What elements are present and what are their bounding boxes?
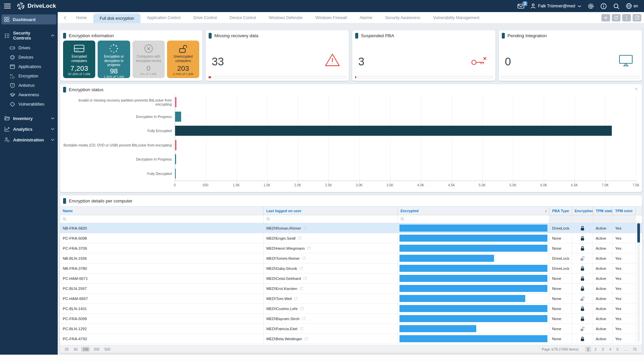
filter-name-input[interactable] [60,215,264,223]
user-menu[interactable]: Falk Trümner@med [531,3,581,9]
tab-home[interactable]: Home [70,12,93,23]
column-header-name[interactable]: Name [60,206,264,215]
sidebar-group-administration[interactable]: Administration [0,134,58,145]
column-header-tpm-exist[interactable]: TPM exist [612,206,636,215]
card-accent-tag [63,87,66,93]
missing-recovery-data-card: Missing recovery data 33 [206,30,349,81]
chart-tick-label: 7.5K [633,183,640,187]
open-user-icon[interactable] [300,307,304,310]
refresh-button[interactable] [612,14,621,21]
add-button[interactable] [601,14,610,21]
page-button-5[interactable]: 5 [614,347,621,352]
open-user-icon[interactable] [305,337,308,341]
kebab-menu-button[interactable] [622,14,631,21]
tab-windows-defender[interactable]: Windows Defender [262,12,309,23]
open-user-icon[interactable] [294,297,298,300]
tabs-back-chevron[interactable] [60,12,70,23]
column-header-last-user[interactable]: Last logged on user [264,206,398,215]
settings-gear-icon[interactable] [588,3,594,9]
open-user-icon[interactable] [303,277,307,280]
chart-category-label: Fully Decrypted [62,172,172,176]
open-user-icon[interactable] [300,327,304,330]
tile-encryption-in-progress[interactable]: Encryption or decryption in progress 98 … [98,41,130,78]
language-selector[interactable]: en [626,3,638,9]
mail-button[interactable]: 2 [518,4,524,9]
open-user-icon[interactable] [300,266,303,270]
tab-security-awareness[interactable]: Security Awareness [379,12,427,23]
sidebar-item-dashboard[interactable]: Dashboard [1,14,56,24]
table-row[interactable]: PC-FRA-4793MED\Bela.WeidingerNoneActiveY… [60,334,642,344]
open-user-icon[interactable] [304,226,307,230]
column-header-pba-type[interactable]: PBA Type [549,206,572,215]
tab-vulnerability-management[interactable]: Vulnerability Management [427,12,486,23]
menu-icon[interactable] [4,2,11,10]
encryption-tiles: Encrypted computers 7,203 97.26% of 7,40… [60,39,202,81]
sidebar-item-devices[interactable]: Devices [0,53,58,62]
filter-last-user-input[interactable] [264,215,398,223]
sidebar-group-analytics[interactable]: Analytics [0,124,58,134]
sidebar-item-drives[interactable]: Drives [0,43,58,53]
tile-sub: 0% of 7,406 [141,72,157,76]
info-icon[interactable] [600,3,607,9]
table-row[interactable]: PC-FRA-5098MED\Engin.SeidlNoneActiveYes [60,233,642,243]
sidebar-item-awareness[interactable]: Awareness [0,90,58,100]
sidebar-group-security-controls[interactable]: Security Controls [0,28,58,43]
tile-unencrypted-computers[interactable]: Unencrypted computers 203 2.74% of 7,406 [167,41,199,78]
open-user-icon[interactable] [302,256,306,260]
open-user-icon[interactable] [307,246,311,250]
tab-windows-firewall[interactable]: Windows Firewall [309,12,353,23]
tab-full-disk-encryption[interactable]: Full disk encryption [93,13,141,23]
encrypted-progress-bar [399,265,547,272]
open-user-icon[interactable] [302,317,306,320]
tile-encryption-errors[interactable]: Computers with encryption errors 0 0% of… [132,41,165,78]
column-header-encryption[interactable]: Encryption [572,206,593,215]
page-button-75[interactable]: 75 [631,347,639,352]
tile-encrypted-computers[interactable]: Encrypted computers 7,203 97.26% of 7,40… [63,41,95,78]
tab-drive-control[interactable]: Drive Control [187,12,223,23]
open-user-icon[interactable] [300,287,303,290]
page-size-50[interactable]: 50 [72,347,79,352]
table-row[interactable]: NB-FRA-3780MED\Gaby.StrunkDriveLockActiv… [60,263,642,274]
tab-application-control[interactable]: Application Control [141,12,187,23]
mini-progress-track [501,76,639,78]
sidebar-item-applications[interactable]: Applications [0,62,58,71]
table-row[interactable]: PC-BLN-2597MED\Erol.KarstenNoneActiveYes [60,284,642,294]
tab-device-control[interactable]: Device Control [223,12,263,23]
table-row[interactable]: NB-BLN-1936MED\Tommi.ReinerDriveLockActi… [60,253,642,263]
close-icon[interactable]: × [635,86,638,92]
card-header: Pending Integration [499,30,642,39]
table-row[interactable]: PC-FRA-3709MED\Henri.WiegmannNoneActiveY… [60,243,642,253]
filter-encrypted-input[interactable] [398,215,549,223]
page-size-500[interactable]: 500 [103,347,112,352]
table-row[interactable]: PC-BLN-1431MED\Cosimo.LehrNoneActiveYes [60,304,642,314]
column-header-tpm-state[interactable]: TPM state [593,206,612,215]
page-button-1[interactable]: 1 [585,347,591,352]
encrypted-progress-bar [399,225,547,232]
tab-list: HomeFull disk encryptionApplication Cont… [70,12,486,23]
open-user-icon[interactable] [298,236,302,240]
page-size-25[interactable]: 25 [63,347,70,352]
table-row[interactable]: NB-FRA-5820MED\Roman.RömerDriveLockActiv… [60,223,642,233]
sidebar-group-inventory[interactable]: Inventory [0,113,58,124]
sidebar-item-encryption[interactable]: 011 Encryption [0,71,58,81]
page-button-3[interactable]: 3 [600,347,606,352]
page-size-200[interactable]: 200 [92,347,101,352]
table-row[interactable]: PC-HAM-6671MED\Celal.GebhardNoneActiveYe… [60,274,642,284]
search-icon[interactable] [613,3,620,9]
page-size-100[interactable]: 100 [81,347,90,352]
sidebar-item-antivirus[interactable]: Antivirus [0,81,58,90]
table-row[interactable]: PC-BLN-1292MED\Patricia.EitelNoneActiveY… [60,324,642,334]
tab-alarme[interactable]: Alarme [353,12,379,23]
table-row[interactable]: PC-FRA-5099MED\Bayram.StrohNoneActiveYes [60,314,642,324]
page-button-2[interactable]: 2 [592,347,598,352]
table-scrollbar[interactable] [637,221,640,342]
table-row[interactable]: PC-HAM-6667MED\Tom.WeilNoneActiveYes [60,294,642,304]
lock-open-icon [572,294,593,303]
cell-last-user: MED\Cosimo.Lehr [264,304,398,313]
chart-row: Fully Encrypted [175,124,636,138]
compose-button[interactable] [633,14,641,21]
column-header-encrypted[interactable]: Encrypted ↓ [398,206,549,215]
sidebar-item-vulnerabilities[interactable]: Vulnerabilities [0,100,58,109]
scrollbar-thumb[interactable] [637,223,640,243]
page-button-4[interactable]: 4 [607,347,613,352]
